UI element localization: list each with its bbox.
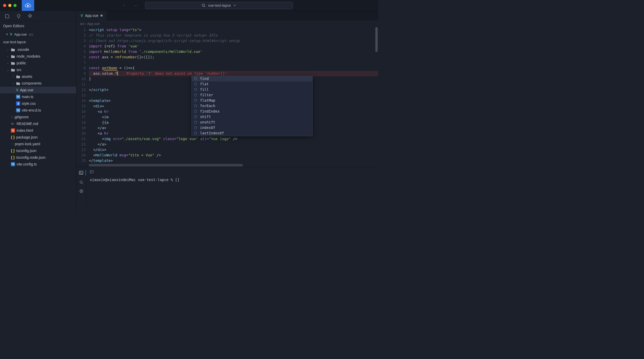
- terminal[interactable]: xiaoxin@xiaoxindeiMac vue-test-lapce % […: [86, 167, 378, 211]
- terminal-tab[interactable]: [90, 170, 375, 174]
- completion-item[interactable]: ⬡forEach: [192, 103, 312, 109]
- tree-item-tsconfig-json[interactable]: { }tsconfig.json: [0, 147, 76, 154]
- open-editor-item[interactable]: VApp.vue src: [0, 31, 76, 38]
- project-name[interactable]: vue-test-lapce: [0, 38, 76, 46]
- command-search-bar[interactable]: vue-test-lapce: [145, 2, 293, 9]
- tree-item-label: components: [22, 81, 41, 85]
- folder-icon: [16, 82, 20, 85]
- vue-icon: V: [16, 88, 18, 92]
- completion-item[interactable]: ⬡unshift: [192, 120, 312, 125]
- completion-label: indexOf: [200, 125, 215, 130]
- chevron-icon: ›: [6, 62, 9, 65]
- forward-button[interactable]: →: [134, 3, 137, 8]
- back-button[interactable]: ←: [122, 3, 126, 8]
- md-icon: M↓: [11, 122, 15, 126]
- source-control-icon[interactable]: [16, 13, 21, 19]
- tree-item-package-json[interactable]: { }package.json: [0, 134, 76, 141]
- chevron-icon: ›: [11, 82, 15, 85]
- tree-item-node_modules[interactable]: ›node_modules: [0, 53, 76, 60]
- search-icon: [202, 4, 205, 7]
- tree-item--vscode[interactable]: ›.vscode: [0, 46, 76, 53]
- chevron-icon: ›: [6, 48, 9, 51]
- method-icon: ⬡: [194, 92, 197, 98]
- html-icon: 5: [11, 128, 15, 133]
- maximize-window-button[interactable]: [13, 4, 17, 7]
- tree-item-label: pnpm-lock.yaml: [15, 142, 40, 146]
- completion-label: flat: [200, 81, 209, 87]
- method-icon: ⬡: [194, 130, 197, 136]
- folder-icon: [11, 55, 15, 58]
- folder-icon: [16, 75, 20, 78]
- method-icon: ⬡: [194, 87, 197, 92]
- folder-icon: [11, 61, 15, 65]
- tree-item-label: .gitignore: [14, 115, 29, 119]
- extensions-icon[interactable]: [27, 13, 33, 19]
- completion-item[interactable]: ⬡findIndex: [192, 109, 312, 114]
- completion-item[interactable]: ⬡filter: [192, 92, 312, 98]
- tree-item-pnpm-lock-yaml[interactable]: ⋯pnpm-lock.yaml: [0, 141, 76, 147]
- files-icon[interactable]: [5, 13, 10, 19]
- tree-item--gitignore[interactable]: ▫.gitignore: [0, 114, 76, 120]
- line-gutter: 1234567891011121314151617181920212223242…: [76, 27, 89, 167]
- json-icon: { }: [11, 135, 15, 139]
- completion-item[interactable]: ⬡flatMap: [192, 98, 312, 103]
- tree-item-style-css[interactable]: ∃style.css: [0, 100, 76, 107]
- completion-label: shift: [200, 114, 211, 120]
- terminal-small-icon: [90, 170, 94, 174]
- tree-item-label: vite.config.ts: [17, 162, 37, 166]
- cloud-play-button[interactable]: [22, 0, 34, 11]
- tree-item-label: tsconfig.node.json: [16, 155, 46, 160]
- method-icon: ⬡: [194, 103, 197, 109]
- terminal-tab-icon[interactable]: [76, 170, 86, 176]
- svg-line-4: [82, 183, 83, 184]
- tree-item-App-vue[interactable]: VApp.vue: [0, 87, 76, 93]
- completion-item[interactable]: ⬡lastIndexOf: [192, 130, 312, 136]
- scrollbar-thumb[interactable]: [375, 27, 378, 52]
- tree-item-tsconfig-node-json[interactable]: { }tsconfig.node.json: [0, 154, 76, 161]
- problems-icon[interactable]: [79, 189, 83, 193]
- close-window-button[interactable]: [3, 4, 6, 7]
- tree-item-main-ts[interactable]: TSmain.ts: [0, 93, 76, 100]
- completion-item[interactable]: ⬡flat: [192, 81, 312, 87]
- tree-item-public[interactable]: ›public: [0, 60, 76, 66]
- terminal-prompt-line: xiaoxin@xiaoxindeiMac vue-test-lapce % […: [90, 178, 375, 182]
- chevron-down-icon: [233, 4, 236, 7]
- completion-item[interactable]: ⬡fill: [192, 87, 312, 92]
- completion-item[interactable]: ⬡find: [192, 76, 312, 81]
- minimize-window-button[interactable]: [8, 4, 11, 7]
- tree-item-label: package.json: [16, 135, 38, 139]
- completion-popup[interactable]: ⬡find⬡flat⬡fill⬡filter⬡flatMap⬡forEach⬡f…: [191, 76, 313, 136]
- file-dir: src: [29, 32, 33, 36]
- completion-label: unshift: [200, 120, 215, 125]
- vertical-scrollbar[interactable]: [375, 27, 378, 167]
- modified-dot: [6, 33, 8, 35]
- completion-item[interactable]: ⬡shift: [192, 114, 312, 120]
- tree-item-src[interactable]: ⌄src: [0, 66, 76, 73]
- tree-item-assets[interactable]: ›assets: [0, 73, 76, 80]
- completion-item[interactable]: ⬡indexOf: [192, 125, 312, 130]
- tree-item-components[interactable]: ›components: [0, 80, 76, 87]
- completion-label: findIndex: [200, 109, 220, 114]
- method-icon: ⬡: [194, 98, 197, 103]
- tree-item-vite-config-ts[interactable]: TSvite.config.ts: [0, 161, 76, 168]
- tree-item-vite-env-d-ts[interactable]: TSvite-env.d.ts: [0, 107, 76, 114]
- code-editor[interactable]: 1234567891011121314151617181920212223242…: [76, 27, 378, 167]
- css-icon: ∃: [16, 101, 20, 106]
- method-icon: ⬡: [194, 125, 197, 130]
- tree-item-label: main.ts: [22, 95, 33, 99]
- main-layout: Open Editors VApp.vue src vue-test-lapce…: [0, 11, 378, 211]
- modified-indicator: [101, 15, 103, 17]
- tree-item-README-md[interactable]: M↓README.md: [0, 120, 76, 127]
- git-icon: ▫: [11, 115, 12, 119]
- tree-item-label: src: [17, 68, 22, 72]
- nav-arrows: ← →: [122, 3, 137, 8]
- search-panel-icon[interactable]: [79, 180, 83, 184]
- breadcrumb[interactable]: src › App.vue: [76, 20, 378, 27]
- completion-label: filter: [200, 92, 213, 98]
- method-icon: ⬡: [194, 109, 197, 114]
- horizontal-scrollbar[interactable]: [89, 164, 243, 167]
- tree-item-index-html[interactable]: 5index.html: [0, 127, 76, 134]
- tab-app-vue[interactable]: V App.vue: [76, 11, 107, 20]
- titlebar: ← → vue-test-lapce: [0, 0, 378, 11]
- bottom-panel: xiaoxin@xiaoxindeiMac vue-test-lapce % […: [76, 167, 378, 211]
